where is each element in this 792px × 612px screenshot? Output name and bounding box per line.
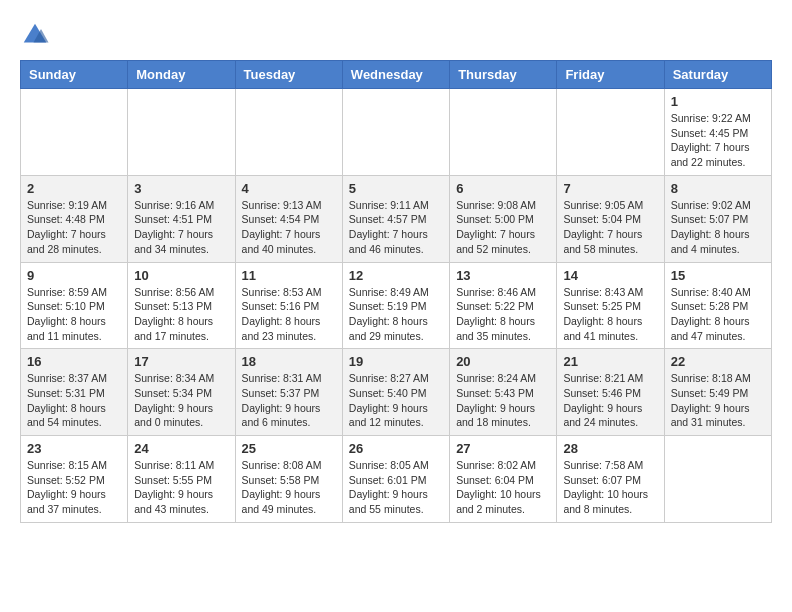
calendar-cell: 13Sunrise: 8:46 AM Sunset: 5:22 PM Dayli… xyxy=(450,262,557,349)
weekday-header: Monday xyxy=(128,61,235,89)
day-number: 26 xyxy=(349,441,443,456)
day-info: Sunrise: 8:31 AM Sunset: 5:37 PM Dayligh… xyxy=(242,371,336,430)
day-number: 12 xyxy=(349,268,443,283)
calendar-cell xyxy=(664,436,771,523)
day-info: Sunrise: 7:58 AM Sunset: 6:07 PM Dayligh… xyxy=(563,458,657,517)
calendar-week-row: 16Sunrise: 8:37 AM Sunset: 5:31 PM Dayli… xyxy=(21,349,772,436)
day-info: Sunrise: 9:19 AM Sunset: 4:48 PM Dayligh… xyxy=(27,198,121,257)
day-info: Sunrise: 8:46 AM Sunset: 5:22 PM Dayligh… xyxy=(456,285,550,344)
calendar-cell: 12Sunrise: 8:49 AM Sunset: 5:19 PM Dayli… xyxy=(342,262,449,349)
header-row: SundayMondayTuesdayWednesdayThursdayFrid… xyxy=(21,61,772,89)
day-info: Sunrise: 8:53 AM Sunset: 5:16 PM Dayligh… xyxy=(242,285,336,344)
calendar-week-row: 23Sunrise: 8:15 AM Sunset: 5:52 PM Dayli… xyxy=(21,436,772,523)
day-number: 23 xyxy=(27,441,121,456)
day-number: 16 xyxy=(27,354,121,369)
logo-icon xyxy=(20,20,50,50)
calendar-cell: 28Sunrise: 7:58 AM Sunset: 6:07 PM Dayli… xyxy=(557,436,664,523)
day-number: 22 xyxy=(671,354,765,369)
day-info: Sunrise: 8:59 AM Sunset: 5:10 PM Dayligh… xyxy=(27,285,121,344)
calendar-week-row: 2Sunrise: 9:19 AM Sunset: 4:48 PM Daylig… xyxy=(21,175,772,262)
calendar-cell xyxy=(235,89,342,176)
day-info: Sunrise: 8:40 AM Sunset: 5:28 PM Dayligh… xyxy=(671,285,765,344)
day-number: 21 xyxy=(563,354,657,369)
day-number: 18 xyxy=(242,354,336,369)
day-info: Sunrise: 8:05 AM Sunset: 6:01 PM Dayligh… xyxy=(349,458,443,517)
calendar-cell: 11Sunrise: 8:53 AM Sunset: 5:16 PM Dayli… xyxy=(235,262,342,349)
day-info: Sunrise: 9:05 AM Sunset: 5:04 PM Dayligh… xyxy=(563,198,657,257)
calendar-cell: 6Sunrise: 9:08 AM Sunset: 5:00 PM Daylig… xyxy=(450,175,557,262)
day-number: 28 xyxy=(563,441,657,456)
day-number: 14 xyxy=(563,268,657,283)
day-number: 3 xyxy=(134,181,228,196)
weekday-header: Tuesday xyxy=(235,61,342,89)
weekday-header: Wednesday xyxy=(342,61,449,89)
calendar-cell: 2Sunrise: 9:19 AM Sunset: 4:48 PM Daylig… xyxy=(21,175,128,262)
day-number: 9 xyxy=(27,268,121,283)
day-info: Sunrise: 8:49 AM Sunset: 5:19 PM Dayligh… xyxy=(349,285,443,344)
calendar-cell: 22Sunrise: 8:18 AM Sunset: 5:49 PM Dayli… xyxy=(664,349,771,436)
calendar-cell: 9Sunrise: 8:59 AM Sunset: 5:10 PM Daylig… xyxy=(21,262,128,349)
calendar-cell xyxy=(450,89,557,176)
calendar-cell: 14Sunrise: 8:43 AM Sunset: 5:25 PM Dayli… xyxy=(557,262,664,349)
day-number: 7 xyxy=(563,181,657,196)
calendar-cell: 4Sunrise: 9:13 AM Sunset: 4:54 PM Daylig… xyxy=(235,175,342,262)
day-info: Sunrise: 9:16 AM Sunset: 4:51 PM Dayligh… xyxy=(134,198,228,257)
day-info: Sunrise: 8:56 AM Sunset: 5:13 PM Dayligh… xyxy=(134,285,228,344)
calendar-cell: 10Sunrise: 8:56 AM Sunset: 5:13 PM Dayli… xyxy=(128,262,235,349)
calendar-cell: 24Sunrise: 8:11 AM Sunset: 5:55 PM Dayli… xyxy=(128,436,235,523)
calendar-cell: 27Sunrise: 8:02 AM Sunset: 6:04 PM Dayli… xyxy=(450,436,557,523)
day-info: Sunrise: 8:34 AM Sunset: 5:34 PM Dayligh… xyxy=(134,371,228,430)
calendar-table: SundayMondayTuesdayWednesdayThursdayFrid… xyxy=(20,60,772,523)
day-number: 6 xyxy=(456,181,550,196)
calendar-cell xyxy=(21,89,128,176)
calendar-cell xyxy=(342,89,449,176)
day-number: 1 xyxy=(671,94,765,109)
day-info: Sunrise: 9:02 AM Sunset: 5:07 PM Dayligh… xyxy=(671,198,765,257)
calendar-cell: 15Sunrise: 8:40 AM Sunset: 5:28 PM Dayli… xyxy=(664,262,771,349)
day-number: 15 xyxy=(671,268,765,283)
day-number: 27 xyxy=(456,441,550,456)
day-info: Sunrise: 9:08 AM Sunset: 5:00 PM Dayligh… xyxy=(456,198,550,257)
day-number: 19 xyxy=(349,354,443,369)
day-info: Sunrise: 9:13 AM Sunset: 4:54 PM Dayligh… xyxy=(242,198,336,257)
page-header xyxy=(20,20,772,50)
day-info: Sunrise: 9:11 AM Sunset: 4:57 PM Dayligh… xyxy=(349,198,443,257)
day-info: Sunrise: 8:43 AM Sunset: 5:25 PM Dayligh… xyxy=(563,285,657,344)
calendar-cell: 5Sunrise: 9:11 AM Sunset: 4:57 PM Daylig… xyxy=(342,175,449,262)
day-number: 10 xyxy=(134,268,228,283)
calendar-header: SundayMondayTuesdayWednesdayThursdayFrid… xyxy=(21,61,772,89)
calendar-cell: 3Sunrise: 9:16 AM Sunset: 4:51 PM Daylig… xyxy=(128,175,235,262)
day-info: Sunrise: 8:37 AM Sunset: 5:31 PM Dayligh… xyxy=(27,371,121,430)
day-number: 24 xyxy=(134,441,228,456)
logo xyxy=(20,20,54,50)
calendar-body: 1Sunrise: 9:22 AM Sunset: 4:45 PM Daylig… xyxy=(21,89,772,523)
calendar-cell: 25Sunrise: 8:08 AM Sunset: 5:58 PM Dayli… xyxy=(235,436,342,523)
calendar-cell: 26Sunrise: 8:05 AM Sunset: 6:01 PM Dayli… xyxy=(342,436,449,523)
calendar-cell xyxy=(557,89,664,176)
weekday-header: Saturday xyxy=(664,61,771,89)
calendar-cell: 1Sunrise: 9:22 AM Sunset: 4:45 PM Daylig… xyxy=(664,89,771,176)
day-info: Sunrise: 8:11 AM Sunset: 5:55 PM Dayligh… xyxy=(134,458,228,517)
day-number: 11 xyxy=(242,268,336,283)
calendar-cell: 8Sunrise: 9:02 AM Sunset: 5:07 PM Daylig… xyxy=(664,175,771,262)
day-number: 17 xyxy=(134,354,228,369)
calendar-week-row: 1Sunrise: 9:22 AM Sunset: 4:45 PM Daylig… xyxy=(21,89,772,176)
day-number: 5 xyxy=(349,181,443,196)
calendar-cell: 16Sunrise: 8:37 AM Sunset: 5:31 PM Dayli… xyxy=(21,349,128,436)
calendar-cell: 23Sunrise: 8:15 AM Sunset: 5:52 PM Dayli… xyxy=(21,436,128,523)
calendar-cell: 21Sunrise: 8:21 AM Sunset: 5:46 PM Dayli… xyxy=(557,349,664,436)
weekday-header: Friday xyxy=(557,61,664,89)
calendar-week-row: 9Sunrise: 8:59 AM Sunset: 5:10 PM Daylig… xyxy=(21,262,772,349)
day-info: Sunrise: 8:24 AM Sunset: 5:43 PM Dayligh… xyxy=(456,371,550,430)
day-info: Sunrise: 9:22 AM Sunset: 4:45 PM Dayligh… xyxy=(671,111,765,170)
calendar-cell xyxy=(128,89,235,176)
weekday-header: Thursday xyxy=(450,61,557,89)
day-number: 25 xyxy=(242,441,336,456)
day-info: Sunrise: 8:21 AM Sunset: 5:46 PM Dayligh… xyxy=(563,371,657,430)
day-number: 8 xyxy=(671,181,765,196)
calendar-cell: 19Sunrise: 8:27 AM Sunset: 5:40 PM Dayli… xyxy=(342,349,449,436)
day-number: 4 xyxy=(242,181,336,196)
calendar-cell: 17Sunrise: 8:34 AM Sunset: 5:34 PM Dayli… xyxy=(128,349,235,436)
day-info: Sunrise: 8:18 AM Sunset: 5:49 PM Dayligh… xyxy=(671,371,765,430)
day-info: Sunrise: 8:02 AM Sunset: 6:04 PM Dayligh… xyxy=(456,458,550,517)
